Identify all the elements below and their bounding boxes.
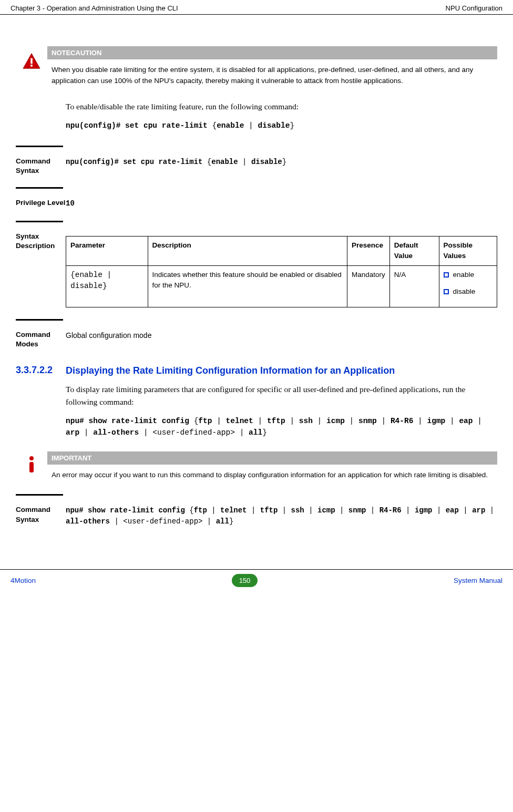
note-caution-block: NOTECAUTION When you disable rate limiti… bbox=[16, 46, 497, 89]
table-row: {enable | disable} Indicates whether thi… bbox=[66, 265, 497, 307]
section-heading-33722: 3.3.7.2.2 Displaying the Rate Limiting C… bbox=[16, 365, 497, 377]
page-header: Chapter 3 - Operation and Administration… bbox=[0, 0, 513, 15]
th-default: Default Value bbox=[389, 237, 439, 266]
svg-rect-4 bbox=[29, 462, 34, 472]
important-body: An error may occur if you want to run th… bbox=[47, 465, 497, 483]
def-privilege-level: Privilege Level 10 bbox=[16, 187, 497, 209]
section-title: Displaying the Rate Limiting Configurati… bbox=[66, 365, 497, 377]
bullet-square-icon bbox=[444, 289, 449, 294]
command-example-1: npu(config)# set cpu rate-limit {enable … bbox=[66, 120, 497, 132]
syntax-description-table: Parameter Description Presence Default V… bbox=[66, 236, 497, 307]
possible-value-2: disable bbox=[453, 286, 476, 297]
footer-right: System Manual bbox=[454, 577, 502, 584]
command-modes-value: Global configuration mode bbox=[66, 330, 497, 341]
th-parameter: Parameter bbox=[66, 237, 148, 266]
th-presence: Presence bbox=[347, 237, 390, 266]
table-header-row: Parameter Description Presence Default V… bbox=[66, 237, 497, 266]
page-footer: 4Motion 150 System Manual bbox=[0, 569, 513, 591]
cell-default: N/A bbox=[389, 265, 439, 307]
important-block: IMPORTANT An error may occur if you want… bbox=[16, 451, 497, 483]
section-body-33722: To display rate limiting parameters that… bbox=[66, 383, 497, 408]
th-possible: Possible Values bbox=[439, 237, 497, 266]
svg-rect-2 bbox=[30, 65, 33, 67]
svg-rect-1 bbox=[30, 58, 33, 64]
intro-text-1: To enable/disable the rate limiting feat… bbox=[66, 100, 497, 113]
cell-possible: enable disable bbox=[439, 265, 497, 307]
command-example-2: npu# show rate-limit config {ftp | telne… bbox=[66, 416, 497, 439]
note-caution-body: When you disable rate limiting for the e… bbox=[47, 59, 497, 89]
important-title: IMPORTANT bbox=[47, 451, 497, 465]
header-right: NPU Configuration bbox=[446, 4, 502, 12]
cell-description: Indicates whether this feature should be… bbox=[148, 265, 347, 307]
def-command-modes: Command Modes Global configuration mode bbox=[16, 319, 497, 349]
privilege-level-label: Privilege Level bbox=[16, 198, 66, 208]
th-description: Description bbox=[148, 237, 347, 266]
note-caution-title: NOTECAUTION bbox=[47, 46, 497, 59]
def-command-syntax-2: Command Syntax npu# show rate-limit conf… bbox=[16, 494, 497, 527]
def-command-syntax: Command Syntax npu(config)# set cpu rate… bbox=[16, 146, 497, 176]
warning-icon bbox=[16, 46, 47, 71]
bullet-square-icon bbox=[444, 272, 449, 277]
command-syntax-label: Command Syntax bbox=[16, 157, 66, 176]
command-syntax-value: npu(config)# set cpu rate-limit {enable … bbox=[66, 157, 497, 168]
cell-parameter: {enable | disable} bbox=[66, 265, 148, 307]
footer-left: 4Motion bbox=[11, 577, 36, 584]
command-syntax-label-2: Command Syntax bbox=[16, 505, 66, 524]
info-icon bbox=[16, 451, 47, 476]
privilege-level-value: 10 bbox=[66, 199, 75, 208]
page-number-badge: 150 bbox=[232, 574, 258, 587]
svg-point-3 bbox=[29, 456, 34, 460]
command-syntax-value-2: npu# show rate-limit config {ftp | telne… bbox=[66, 505, 497, 527]
cell-presence: Mandatory bbox=[347, 265, 390, 307]
section-number: 3.3.7.2.2 bbox=[16, 365, 66, 377]
header-left: Chapter 3 - Operation and Administration… bbox=[11, 4, 178, 12]
def-syntax-description: Syntax Description Parameter Description… bbox=[16, 221, 497, 307]
command-modes-label: Command Modes bbox=[16, 330, 66, 349]
syntax-description-label: Syntax Description bbox=[16, 232, 66, 251]
possible-value-1: enable bbox=[453, 270, 475, 280]
